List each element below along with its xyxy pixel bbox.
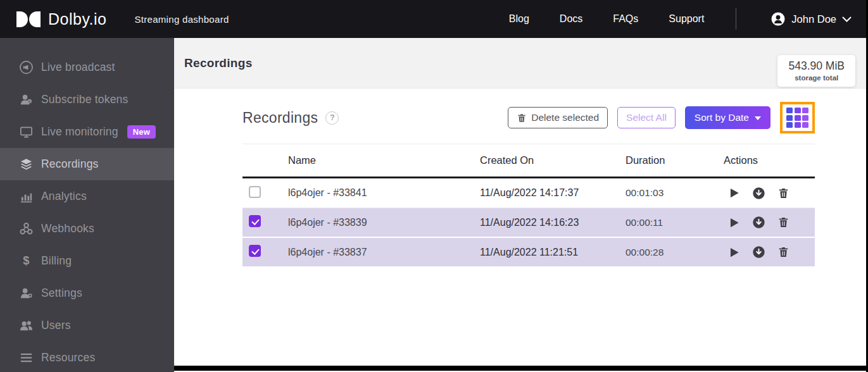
sidebar-item-label: Subscribe tokens xyxy=(41,93,128,106)
sidebar-item-webhooks[interactable]: Webhooks xyxy=(0,213,174,245)
sidebar-item-label: Resources xyxy=(41,351,95,364)
download-icon xyxy=(752,216,765,229)
nav-link-blog[interactable]: Blog xyxy=(509,13,529,25)
recording-created-on: 11/Aug/2022 11:21:51 xyxy=(480,247,626,258)
sidebar-item-billing[interactable]: $ Billing xyxy=(0,245,174,277)
nav-link-docs[interactable]: Docs xyxy=(560,13,582,25)
download-button[interactable] xyxy=(751,185,766,201)
recordings-table: Name Created On Duration Actions l6p4oje… xyxy=(242,144,815,268)
delete-selected-button[interactable]: Delete selected xyxy=(508,107,608,128)
sidebar-item-label: Webhooks xyxy=(41,222,94,235)
trash-icon xyxy=(517,113,527,123)
svg-text:o: o xyxy=(28,99,31,103)
sidebar-item-label: Billing xyxy=(41,254,72,268)
column-header-actions: Actions xyxy=(724,154,815,166)
row-checkbox[interactable] xyxy=(249,186,261,198)
download-icon xyxy=(752,187,765,200)
play-button[interactable] xyxy=(726,185,741,201)
storage-card: 543.90 MiB storage total xyxy=(777,55,855,87)
nav-link-support[interactable]: Support xyxy=(669,13,704,25)
delete-row-button[interactable] xyxy=(776,185,791,201)
delete-row-button[interactable] xyxy=(776,215,791,230)
sidebar-item-recordings[interactable]: Recordings xyxy=(0,148,174,180)
download-button[interactable] xyxy=(751,245,766,260)
recording-name: l6p4ojer - #33839 xyxy=(288,217,480,228)
play-button[interactable] xyxy=(726,215,741,230)
select-all-label: Select All xyxy=(626,112,667,123)
delete-row-button[interactable] xyxy=(776,245,791,260)
trash-icon xyxy=(777,216,789,229)
sidebar-item-label: Live broadcast xyxy=(41,61,115,74)
nav-link-faqs[interactable]: FAQs xyxy=(613,13,638,25)
row-checkbox[interactable] xyxy=(249,215,261,227)
brand[interactable]: Dolby.io xyxy=(16,10,106,28)
recordings-toolbar: Recordings ? Delete selected Select All … xyxy=(242,102,815,133)
sidebar-item-label: Users xyxy=(41,319,71,332)
help-icon[interactable]: ? xyxy=(325,111,339,125)
top-nav: Blog Docs FAQs Support John Doe xyxy=(509,8,852,30)
sidebar-item-settings[interactable]: Settings xyxy=(0,277,174,309)
grid-view-button[interactable] xyxy=(780,102,815,133)
table-header-row: Name Created On Duration Actions xyxy=(242,144,815,178)
brand-text: Dolby.io xyxy=(48,10,106,28)
webhooks-icon xyxy=(18,221,34,237)
sidebar-item-label: Recordings xyxy=(41,158,99,171)
app-subtitle: Streaming dashboard xyxy=(134,14,229,25)
sort-by-date-label: Sort by Date xyxy=(695,112,749,123)
recording-duration: 00:00:28 xyxy=(626,247,724,258)
column-header-name: Name xyxy=(288,154,480,166)
sidebar-item-users[interactable]: Users xyxy=(0,309,174,342)
sort-by-date-button[interactable]: Sort by Date xyxy=(685,106,771,129)
sidebar-item-live-monitoring[interactable]: Live monitoring New xyxy=(0,116,174,148)
recording-name: l6p4ojer - #33841 xyxy=(288,187,480,199)
column-header-created-on: Created On xyxy=(480,154,626,166)
dolby-logo-icon xyxy=(16,11,41,27)
storage-value: 543.90 MiB xyxy=(788,59,845,73)
page-title: Recordings xyxy=(184,56,253,70)
trash-icon xyxy=(777,187,789,200)
sidebar-item-label: Analytics xyxy=(41,190,87,203)
delete-selected-label: Delete selected xyxy=(531,112,599,123)
analytics-icon xyxy=(18,189,34,204)
caret-down-icon xyxy=(755,116,761,120)
chevron-down-icon xyxy=(842,16,852,22)
recording-created-on: 11/Aug/2022 14:17:37 xyxy=(480,187,626,199)
sidebar-item-analytics[interactable]: Analytics xyxy=(0,180,174,213)
play-button[interactable] xyxy=(726,245,741,260)
users-icon xyxy=(18,318,34,333)
select-all-button[interactable]: Select All xyxy=(617,107,676,128)
recording-name: l6p4ojer - #33837 xyxy=(288,247,480,258)
play-icon xyxy=(728,187,740,199)
svg-text:$: $ xyxy=(23,254,29,267)
table-row: l6p4ojer - #33841 11/Aug/2022 14:17:37 0… xyxy=(242,178,815,208)
row-checkbox[interactable] xyxy=(249,245,261,257)
sidebar-item-label: Settings xyxy=(41,287,82,300)
nav-divider xyxy=(736,8,736,30)
download-button[interactable] xyxy=(751,215,766,230)
play-icon xyxy=(728,216,740,229)
sidebar-item-resources[interactable]: Resources xyxy=(0,342,174,372)
monitor-icon xyxy=(18,125,34,140)
storage-label: storage total xyxy=(788,74,845,82)
grid-icon xyxy=(786,108,808,128)
window-bottom-edge xyxy=(174,366,868,371)
main-content: Recordings 543.90 MiB storage total Reco… xyxy=(174,38,868,372)
trash-icon xyxy=(777,245,789,259)
play-icon xyxy=(728,246,740,259)
user-menu[interactable]: John Doe xyxy=(771,11,852,27)
sidebar: Live broadcast o Subscribe tokens Live m… xyxy=(0,38,174,372)
sidebar-item-label: Live monitoring xyxy=(41,125,118,139)
recordings-section: Recordings ? Delete selected Select All … xyxy=(174,89,868,268)
new-badge: New xyxy=(127,125,156,139)
section-title: Recordings xyxy=(242,109,318,127)
column-header-duration: Duration xyxy=(626,154,724,166)
table-row: l6p4ojer - #33837 11/Aug/2022 11:21:51 0… xyxy=(242,238,815,268)
download-icon xyxy=(752,245,765,259)
page-header: Recordings 543.90 MiB storage total xyxy=(174,38,868,89)
sidebar-item-subscribe-tokens[interactable]: o Subscribe tokens xyxy=(0,84,174,116)
sidebar-item-live-broadcast[interactable]: Live broadcast xyxy=(0,51,174,84)
recording-duration: 00:01:03 xyxy=(626,187,724,199)
table-row: l6p4ojer - #33839 11/Aug/2022 14:16:23 0… xyxy=(242,208,815,238)
top-header: Dolby.io Streaming dashboard Blog Docs F… xyxy=(0,0,868,38)
settings-icon xyxy=(18,286,34,301)
